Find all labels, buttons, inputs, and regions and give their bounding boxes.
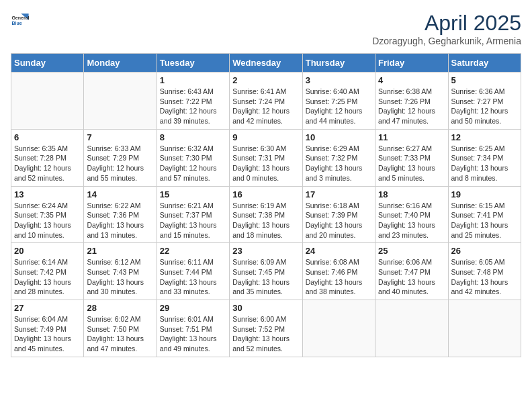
day-info: Sunrise: 6:06 AMSunset: 7:47 PMDaylight:…	[378, 257, 445, 297]
day-info: Sunrise: 6:36 AMSunset: 7:27 PMDaylight:…	[451, 87, 518, 126]
day-number: 18	[378, 189, 445, 199]
day-number: 3	[306, 75, 372, 85]
calendar: Sunday Monday Tuesday Wednesday Thursday…	[11, 53, 521, 357]
day-number: 14	[87, 189, 153, 199]
calendar-week-row: 13Sunrise: 6:24 AMSunset: 7:35 PMDayligh…	[11, 186, 521, 243]
day-info: Sunrise: 6:43 AMSunset: 7:22 PMDaylight:…	[160, 87, 226, 126]
day-number: 13	[14, 189, 81, 199]
logo: General Blue	[11, 11, 30, 30]
day-info: Sunrise: 6:35 AMSunset: 7:28 PMDaylight:…	[14, 144, 81, 183]
day-number: 15	[160, 189, 226, 199]
svg-text:General: General	[11, 15, 29, 20]
col-thursday: Thursday	[302, 54, 375, 73]
table-row	[11, 73, 84, 130]
table-row: 24Sunrise: 6:08 AMSunset: 7:46 PMDayligh…	[302, 243, 375, 300]
table-row: 22Sunrise: 6:11 AMSunset: 7:44 PMDayligh…	[157, 243, 229, 300]
table-row: 23Sunrise: 6:09 AMSunset: 7:45 PMDayligh…	[230, 243, 302, 300]
table-row: 6Sunrise: 6:35 AMSunset: 7:28 PMDaylight…	[11, 129, 84, 186]
day-info: Sunrise: 6:14 AMSunset: 7:42 PMDaylight:…	[14, 257, 81, 297]
day-number: 22	[160, 246, 226, 256]
day-info: Sunrise: 6:29 AMSunset: 7:32 PMDaylight:…	[306, 144, 372, 183]
day-number: 16	[232, 189, 299, 199]
day-info: Sunrise: 6:32 AMSunset: 7:30 PMDaylight:…	[160, 144, 226, 183]
table-row: 12Sunrise: 6:25 AMSunset: 7:34 PMDayligh…	[448, 129, 521, 186]
day-number: 21	[87, 246, 153, 256]
day-info: Sunrise: 6:33 AMSunset: 7:29 PMDaylight:…	[87, 144, 153, 183]
day-info: Sunrise: 6:16 AMSunset: 7:40 PMDaylight:…	[378, 201, 445, 240]
day-number: 7	[87, 132, 153, 142]
day-info: Sunrise: 6:19 AMSunset: 7:38 PMDaylight:…	[232, 201, 299, 240]
table-row: 19Sunrise: 6:15 AMSunset: 7:41 PMDayligh…	[448, 186, 521, 243]
day-info: Sunrise: 6:12 AMSunset: 7:43 PMDaylight:…	[87, 257, 153, 297]
day-info: Sunrise: 6:04 AMSunset: 7:49 PMDaylight:…	[14, 314, 81, 354]
logo-icon: General Blue	[11, 11, 30, 30]
table-row: 20Sunrise: 6:14 AMSunset: 7:42 PMDayligh…	[11, 243, 84, 300]
day-number: 5	[451, 75, 518, 85]
calendar-week-row: 1Sunrise: 6:43 AMSunset: 7:22 PMDaylight…	[11, 73, 521, 130]
day-info: Sunrise: 6:01 AMSunset: 7:51 PMDaylight:…	[160, 314, 226, 354]
day-info: Sunrise: 6:05 AMSunset: 7:48 PMDaylight:…	[451, 257, 518, 297]
table-row: 28Sunrise: 6:02 AMSunset: 7:50 PMDayligh…	[84, 300, 157, 357]
table-row: 2Sunrise: 6:41 AMSunset: 7:24 PMDaylight…	[230, 73, 302, 130]
calendar-week-row: 20Sunrise: 6:14 AMSunset: 7:42 PMDayligh…	[11, 243, 521, 300]
day-info: Sunrise: 6:18 AMSunset: 7:39 PMDaylight:…	[306, 201, 372, 240]
table-row: 29Sunrise: 6:01 AMSunset: 7:51 PMDayligh…	[157, 300, 229, 357]
col-wednesday: Wednesday	[230, 54, 302, 73]
day-info: Sunrise: 6:22 AMSunset: 7:36 PMDaylight:…	[87, 201, 153, 240]
day-number: 26	[451, 246, 518, 256]
header: General Blue April 2025 Dzoragyugh, Gegh…	[11, 11, 521, 46]
col-monday: Monday	[84, 54, 157, 73]
day-number: 9	[232, 132, 299, 142]
day-number: 6	[14, 132, 81, 142]
table-row	[84, 73, 157, 130]
table-row: 17Sunrise: 6:18 AMSunset: 7:39 PMDayligh…	[302, 186, 375, 243]
calendar-week-row: 6Sunrise: 6:35 AMSunset: 7:28 PMDaylight…	[11, 129, 521, 186]
table-row	[302, 300, 375, 357]
table-row: 5Sunrise: 6:36 AMSunset: 7:27 PMDaylight…	[448, 73, 521, 130]
table-row: 15Sunrise: 6:21 AMSunset: 7:37 PMDayligh…	[157, 186, 229, 243]
table-row: 30Sunrise: 6:00 AMSunset: 7:52 PMDayligh…	[230, 300, 302, 357]
day-info: Sunrise: 6:24 AMSunset: 7:35 PMDaylight:…	[14, 201, 81, 240]
day-info: Sunrise: 6:21 AMSunset: 7:37 PMDaylight:…	[160, 201, 226, 240]
table-row: 14Sunrise: 6:22 AMSunset: 7:36 PMDayligh…	[84, 186, 157, 243]
day-number: 29	[160, 303, 226, 313]
location-subtitle: Dzoragyugh, Gegharkunik, Armenia	[372, 36, 521, 46]
calendar-header-row: Sunday Monday Tuesday Wednesday Thursday…	[11, 54, 521, 73]
table-row	[448, 300, 521, 357]
day-info: Sunrise: 6:25 AMSunset: 7:34 PMDaylight:…	[451, 144, 518, 183]
table-row: 27Sunrise: 6:04 AMSunset: 7:49 PMDayligh…	[11, 300, 84, 357]
day-info: Sunrise: 6:41 AMSunset: 7:24 PMDaylight:…	[232, 87, 299, 126]
table-row: 8Sunrise: 6:32 AMSunset: 7:30 PMDaylight…	[157, 129, 229, 186]
day-number: 25	[378, 246, 445, 256]
day-number: 2	[232, 75, 299, 85]
day-info: Sunrise: 6:38 AMSunset: 7:26 PMDaylight:…	[378, 87, 445, 126]
table-row: 3Sunrise: 6:40 AMSunset: 7:25 PMDaylight…	[302, 73, 375, 130]
day-number: 24	[306, 246, 372, 256]
day-number: 4	[378, 75, 445, 85]
table-row: 13Sunrise: 6:24 AMSunset: 7:35 PMDayligh…	[11, 186, 84, 243]
col-friday: Friday	[375, 54, 448, 73]
day-info: Sunrise: 6:09 AMSunset: 7:45 PMDaylight:…	[232, 257, 299, 297]
day-number: 1	[160, 75, 226, 85]
day-number: 10	[306, 132, 372, 142]
day-info: Sunrise: 6:15 AMSunset: 7:41 PMDaylight:…	[451, 201, 518, 240]
day-number: 30	[232, 303, 299, 313]
day-number: 17	[306, 189, 372, 199]
table-row: 4Sunrise: 6:38 AMSunset: 7:26 PMDaylight…	[375, 73, 448, 130]
day-number: 11	[378, 132, 445, 142]
day-number: 12	[451, 132, 518, 142]
table-row: 16Sunrise: 6:19 AMSunset: 7:38 PMDayligh…	[230, 186, 302, 243]
title-area: April 2025 Dzoragyugh, Gegharkunik, Arme…	[372, 11, 521, 46]
col-saturday: Saturday	[448, 54, 521, 73]
table-row: 25Sunrise: 6:06 AMSunset: 7:47 PMDayligh…	[375, 243, 448, 300]
day-info: Sunrise: 6:08 AMSunset: 7:46 PMDaylight:…	[306, 257, 372, 297]
day-info: Sunrise: 6:30 AMSunset: 7:31 PMDaylight:…	[232, 144, 299, 183]
day-number: 23	[232, 246, 299, 256]
day-number: 27	[14, 303, 81, 313]
table-row: 18Sunrise: 6:16 AMSunset: 7:40 PMDayligh…	[375, 186, 448, 243]
day-info: Sunrise: 6:00 AMSunset: 7:52 PMDaylight:…	[232, 314, 299, 354]
day-number: 20	[14, 246, 81, 256]
table-row: 21Sunrise: 6:12 AMSunset: 7:43 PMDayligh…	[84, 243, 157, 300]
table-row: 26Sunrise: 6:05 AMSunset: 7:48 PMDayligh…	[448, 243, 521, 300]
month-title: April 2025	[372, 11, 521, 36]
